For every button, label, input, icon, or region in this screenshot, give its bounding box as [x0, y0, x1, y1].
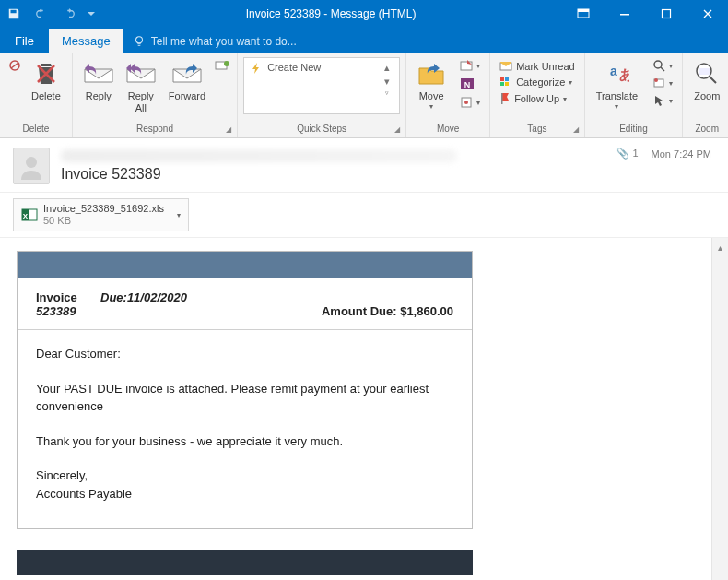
- ribbon-group-move: Move ▾ ▾ N ▾ Move: [406, 53, 490, 137]
- svg-rect-28: [699, 68, 710, 75]
- zoom-button[interactable]: Zoom: [688, 57, 725, 104]
- message-timestamp: Mon 7:24 PM: [652, 148, 711, 160]
- excel-icon: X: [21, 207, 38, 223]
- svg-rect-3: [662, 10, 670, 18]
- svg-text:あ: あ: [619, 66, 629, 82]
- invoice-signoff1: Sincerely,: [36, 468, 88, 482]
- ribbon-group-delete: Delete Delete: [0, 53, 73, 137]
- move-button[interactable]: Move ▾: [412, 57, 451, 112]
- svg-point-22: [654, 61, 662, 68]
- gallery-down-icon[interactable]: ▾: [384, 76, 390, 88]
- svg-text:X: X: [23, 212, 29, 220]
- respond-more-button[interactable]: [213, 57, 231, 76]
- dialog-launcher-icon[interactable]: ◢: [394, 125, 400, 134]
- mark-unread-button[interactable]: Mark Unread: [496, 59, 579, 74]
- svg-point-25: [654, 78, 658, 82]
- delete-button[interactable]: Delete: [26, 57, 66, 104]
- attachment-menu-icon[interactable]: ▾: [177, 211, 181, 219]
- related-button[interactable]: ▾: [649, 75, 676, 91]
- scrollbar[interactable]: ▴ ▾: [711, 238, 728, 580]
- avatar: [13, 148, 50, 184]
- tab-bar: File Message Tell me what you want to do…: [0, 28, 728, 53]
- redo-icon[interactable]: [55, 0, 83, 28]
- tab-message[interactable]: Message: [49, 29, 123, 53]
- svg-point-8: [224, 61, 229, 66]
- onenote-button[interactable]: N: [456, 75, 484, 93]
- message-header: Invoice 523389 📎 1 Mon 7:24 PM: [0, 138, 728, 193]
- ribbon: Delete Delete Reply Reply All Forward Re…: [0, 53, 728, 138]
- ribbon-group-zoom: Zoom Zoom: [683, 53, 728, 137]
- titlebar: Invoice 523389 - Message (HTML): [0, 0, 728, 28]
- attachment-chip[interactable]: X Invoice_523389_51692.xls 50 KB ▾: [13, 198, 189, 231]
- ribbon-group-quicksteps: Create New ▴ ▾ ▿ Quick Steps◢: [238, 53, 406, 137]
- dialog-launcher-icon[interactable]: ◢: [226, 125, 231, 134]
- svg-rect-19: [501, 93, 503, 104]
- gallery-more-icon[interactable]: ▿: [385, 89, 389, 97]
- close-button[interactable]: [687, 0, 728, 28]
- attachment-size: 50 KB: [43, 215, 164, 227]
- message-subject: Invoice 523389: [61, 166, 715, 183]
- svg-point-29: [26, 157, 37, 168]
- find-button[interactable]: ▾: [649, 57, 676, 74]
- reply-all-button[interactable]: Reply All: [121, 57, 161, 115]
- ribbon-group-label: Delete: [6, 124, 66, 136]
- svg-point-4: [135, 37, 142, 43]
- invoice-due: Due:11/02/2020: [100, 290, 322, 304]
- invoice-card: Invoice 523389 Due:11/02/2020 Amount Due…: [17, 251, 473, 529]
- ribbon-group-label: Respond◢: [78, 124, 231, 136]
- invoice-greeting: Dear Customer:: [36, 345, 453, 363]
- tab-file[interactable]: File: [0, 29, 49, 53]
- scroll-up-icon[interactable]: ▴: [713, 240, 728, 254]
- ribbon-group-tags: Mark Unread Categorize ▾ Follow Up ▾ Tag…: [490, 53, 585, 137]
- select-button[interactable]: ▾: [649, 92, 676, 109]
- ribbon-group-label: Tags◢: [496, 124, 579, 136]
- ribbon-group-label: Zoom: [688, 124, 725, 136]
- message-body: Invoice 523389 Due:11/02/2020 Amount Due…: [0, 238, 711, 580]
- followup-button[interactable]: Follow Up ▾: [496, 90, 579, 107]
- rules-button[interactable]: ▾: [456, 57, 484, 74]
- undo-icon[interactable]: [28, 0, 55, 28]
- maximize-button[interactable]: [645, 0, 687, 28]
- svg-line-23: [661, 67, 664, 71]
- svg-line-27: [710, 77, 716, 83]
- svg-rect-1: [578, 9, 589, 12]
- dialog-launcher-icon[interactable]: ◢: [573, 125, 579, 134]
- qat-more-icon[interactable]: [83, 0, 100, 28]
- invoice-number: 523389: [36, 304, 100, 318]
- reply-button[interactable]: Reply: [78, 57, 119, 104]
- ribbon-display-icon[interactable]: [562, 0, 604, 28]
- actions-button[interactable]: ▾: [456, 94, 484, 111]
- invoice-footer-bar: [17, 550, 473, 575]
- invoice-line2: Thank you for your business - we appreci…: [36, 432, 453, 451]
- svg-rect-17: [500, 82, 504, 86]
- attach-count: 📎 1: [616, 148, 638, 160]
- invoice-line1: Your PAST DUE invoice is attached. Pleas…: [36, 380, 453, 416]
- svg-rect-18: [505, 82, 509, 86]
- tellme-search[interactable]: Tell me what you want to do...: [123, 30, 306, 53]
- ribbon-group-label: Move: [412, 124, 484, 136]
- svg-text:a: a: [610, 64, 617, 78]
- sender-recipient-blurred: [61, 149, 457, 162]
- gallery-up-icon[interactable]: ▴: [384, 62, 390, 74]
- attachment-name: Invoice_523389_51692.xls: [43, 203, 164, 215]
- svg-rect-15: [500, 77, 504, 81]
- svg-rect-16: [505, 77, 509, 81]
- svg-text:N: N: [464, 80, 471, 89]
- ribbon-group-label: Editing: [591, 124, 676, 136]
- minimize-button[interactable]: [604, 0, 645, 28]
- lightning-icon: [250, 62, 263, 75]
- quicksteps-gallery[interactable]: Create New ▴ ▾ ▿: [243, 57, 400, 114]
- ribbon-group-editing: aあ Translate ▾ ▾ ▾ ▾ Editing: [585, 53, 683, 137]
- ignore-button[interactable]: [6, 57, 24, 76]
- lightbulb-icon: [133, 35, 146, 48]
- ribbon-group-respond: Reply Reply All Forward Respond◢: [73, 53, 238, 137]
- svg-point-13: [464, 101, 468, 104]
- categorize-button[interactable]: Categorize ▾: [496, 75, 579, 89]
- save-icon[interactable]: [0, 0, 28, 28]
- window-title: Invoice 523389 - Message (HTML): [100, 7, 562, 20]
- invoice-label: Invoice: [36, 290, 100, 304]
- svg-rect-2: [620, 14, 629, 16]
- invoice-signoff2: Accounts Payable: [36, 487, 132, 501]
- translate-button[interactable]: aあ Translate ▾: [591, 57, 643, 112]
- forward-button[interactable]: Forward: [163, 57, 211, 104]
